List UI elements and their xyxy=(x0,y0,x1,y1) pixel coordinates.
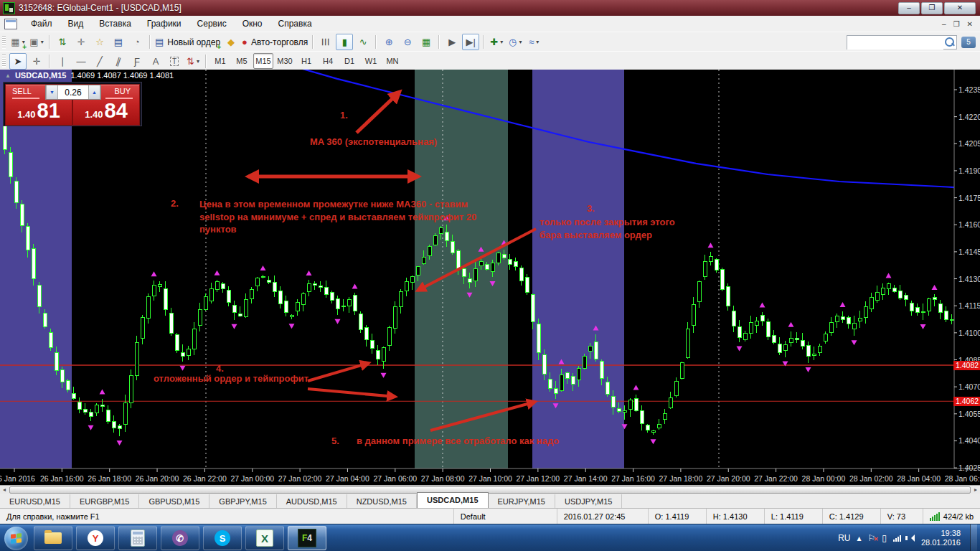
candle-chart-icon[interactable]: ▮ xyxy=(336,34,353,50)
volume-down-icon[interactable]: ▼ xyxy=(46,85,58,99)
minimize-button[interactable]: – xyxy=(898,2,920,14)
menu-item-Окно[interactable]: Окно xyxy=(235,17,270,30)
templates-icon[interactable]: ≈▾ xyxy=(525,34,542,50)
trendline-icon[interactable]: ╱ xyxy=(91,53,108,70)
chart-tab-USDCAD,M15[interactable]: USDCAD,M15 xyxy=(417,492,489,508)
channel-icon[interactable]: ∥ xyxy=(110,53,127,70)
label-icon[interactable]: T xyxy=(166,53,183,70)
taskbar-app-calculator[interactable] xyxy=(118,526,157,550)
chart-tab-NZDUSD,M15[interactable]: NZDUSD,M15 xyxy=(347,494,417,508)
taskbar-app-yandex-browser[interactable]: Y xyxy=(76,526,115,550)
terminal-icon[interactable]: ▤ xyxy=(110,34,127,50)
chart-tab-AUDUSD,M15[interactable]: AUDUSD,M15 xyxy=(277,494,347,508)
volume-up-icon[interactable]: ▲ xyxy=(88,85,100,99)
dropdown-caret-icon[interactable]: ▾ xyxy=(519,39,522,45)
zoom-in-icon[interactable]: ⊕ xyxy=(380,34,397,50)
action-center-flag-icon[interactable]: ⚐ xyxy=(868,534,876,542)
close-button[interactable]: ✕ xyxy=(944,2,976,14)
dropdown-caret-icon[interactable]: ▾ xyxy=(197,58,199,65)
bar-chart-icon[interactable]: ☰ xyxy=(317,34,334,50)
child-restore-button[interactable]: ❐ xyxy=(953,20,960,28)
new-order-icon[interactable]: ▤+Новый ордер xyxy=(154,34,221,50)
period-button-D1[interactable]: D1 xyxy=(339,53,359,69)
chart-tab-EURJPY,M15[interactable]: EURJPY,M15 xyxy=(489,494,555,508)
tray-expander-icon[interactable]: ▴ xyxy=(857,534,862,542)
market-watch-icon[interactable]: ⇅ xyxy=(54,34,71,50)
hline-icon[interactable]: ― xyxy=(72,53,90,70)
periods-icon[interactable]: ◷▾ xyxy=(507,34,524,50)
autoscroll-icon[interactable]: ▶ xyxy=(443,34,461,50)
dropdown-caret-icon[interactable]: ▾ xyxy=(536,39,539,45)
scroll-left-icon[interactable]: ◂ xyxy=(0,486,9,494)
dropdown-caret-icon[interactable]: ▾ xyxy=(500,39,503,45)
taskbar-app-excel[interactable]: X xyxy=(245,526,284,550)
clipboard-icon[interactable]: ▯ xyxy=(882,534,887,542)
network-icon[interactable] xyxy=(893,535,901,542)
menu-item-Графики[interactable]: Графики xyxy=(139,17,189,30)
notifications-icon[interactable]: 5 xyxy=(961,37,976,48)
arrows-icon[interactable]: ⇅▾ xyxy=(184,53,202,70)
chart-tab-GBPUSD,M15[interactable]: GBPUSD,M15 xyxy=(139,494,209,508)
scroll-thumb[interactable] xyxy=(9,486,971,494)
autotrading-icon[interactable]: ●Авто-торговля xyxy=(241,34,308,50)
status-profile[interactable]: Default xyxy=(453,509,557,524)
new-chart-icon[interactable]: ▦+▾ xyxy=(9,34,27,50)
chart-tab-EURGBP,M15[interactable]: EURGBP,M15 xyxy=(70,494,140,508)
child-close-button[interactable]: ✕ xyxy=(967,20,973,28)
indicators-icon[interactable]: ✚▾ xyxy=(488,34,505,50)
crosshair-icon[interactable]: ✛ xyxy=(28,53,45,70)
strategy-tester-icon[interactable]: ◔ xyxy=(128,34,146,50)
taskbar-app-explorer[interactable] xyxy=(34,526,72,550)
volume-speaker-icon[interactable] xyxy=(908,534,915,542)
taskbar-app-metatrader[interactable]: F4 xyxy=(288,526,326,550)
scroll-right-icon[interactable]: ▸ xyxy=(971,486,980,494)
dropdown-caret-icon[interactable]: ▾ xyxy=(41,39,44,45)
taskbar-app-viber[interactable]: ✆ xyxy=(161,526,199,550)
metaeditor-icon[interactable]: ◆ xyxy=(222,34,240,50)
menu-item-Вставка[interactable]: Вставка xyxy=(91,17,139,30)
search-input[interactable] xyxy=(847,37,943,50)
tile-windows-icon[interactable]: ▦ xyxy=(418,34,435,50)
chart-window-icon[interactable] xyxy=(4,19,17,29)
toolbar-grip2[interactable] xyxy=(2,55,6,67)
child-minimize-button[interactable]: – xyxy=(942,20,946,28)
period-button-M30[interactable]: M30 xyxy=(275,53,295,69)
menu-item-Справка[interactable]: Справка xyxy=(270,17,320,30)
volume-value[interactable]: 0.26 xyxy=(58,85,88,99)
chart-tab-USDJPY,M15[interactable]: USDJPY,M15 xyxy=(555,494,622,508)
data-window-icon[interactable]: ✛ xyxy=(72,34,90,50)
navigator-icon[interactable]: ☆ xyxy=(91,34,108,50)
period-button-H1[interactable]: H1 xyxy=(296,53,316,69)
period-button-MN[interactable]: MN xyxy=(382,53,402,69)
tray-clock[interactable]: 19:38 28.01.2016 xyxy=(921,529,961,547)
line-chart-icon[interactable]: ∿ xyxy=(354,34,372,50)
chart-area[interactable]: ▲ USDCAD,M15 1.4069 1.4087 1.4069 1.4081… xyxy=(0,70,980,485)
menu-item-Вид[interactable]: Вид xyxy=(60,17,92,30)
start-button[interactable] xyxy=(4,527,28,550)
chart-shift-icon[interactable]: ▶| xyxy=(462,34,479,50)
period-button-M1[interactable]: M1 xyxy=(210,53,230,69)
chart-tab-GBPJPY,M15[interactable]: GBPJPY,M15 xyxy=(209,494,276,508)
show-desktop-button[interactable] xyxy=(970,524,977,551)
menu-item-Сервис[interactable]: Сервис xyxy=(189,17,235,30)
period-button-W1[interactable]: W1 xyxy=(361,53,381,69)
profiles-icon[interactable]: ▣▾ xyxy=(28,34,45,50)
maximize-button[interactable]: ❐ xyxy=(921,2,943,14)
taskbar-app-skype[interactable]: S xyxy=(203,526,242,550)
ma360-line[interactable] xyxy=(300,70,980,189)
search-icon[interactable] xyxy=(945,37,954,47)
period-button-M15[interactable]: M15 xyxy=(253,53,273,69)
period-button-M5[interactable]: M5 xyxy=(232,53,252,69)
cursor-icon[interactable]: ➤ xyxy=(9,53,27,70)
language-indicator[interactable]: RU xyxy=(838,533,850,543)
one-click-toggle-icon[interactable]: ▲ xyxy=(5,72,11,79)
vline-icon[interactable]: ∣ xyxy=(54,53,71,70)
zoom-out-icon[interactable]: ⊖ xyxy=(399,34,416,50)
menu-item-Файл[interactable]: Файл xyxy=(23,17,60,30)
fibonacci-icon[interactable]: Ƒ xyxy=(128,53,146,70)
chart-tab-EURUSD,M15[interactable]: EURUSD,M15 xyxy=(0,494,70,508)
text-icon[interactable]: A xyxy=(147,53,164,70)
toolbar-grip[interactable] xyxy=(2,36,6,49)
candlestick-chart[interactable] xyxy=(0,70,980,485)
period-button-H4[interactable]: H4 xyxy=(318,53,338,69)
